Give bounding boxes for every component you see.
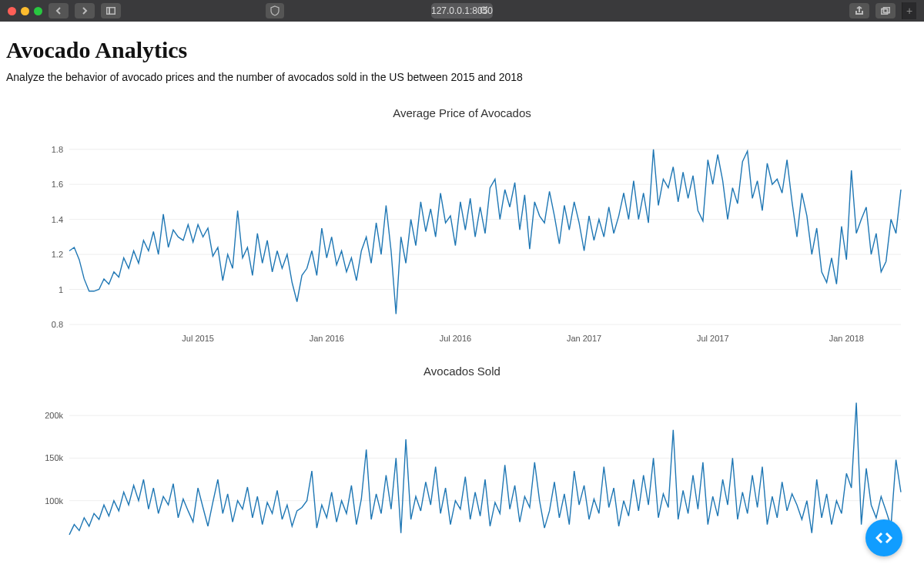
page-content: Avocado Analytics Analyze the behavior o… — [0, 22, 924, 570]
page-title: Avocado Analytics — [6, 37, 918, 63]
svg-text:150k: 150k — [45, 453, 63, 462]
svg-text:100k: 100k — [45, 496, 63, 506]
browser-chrome: 127.0.0.1:8050 + — [0, 0, 924, 22]
svg-text:1.4: 1.4 — [52, 215, 63, 224]
svg-text:Jan 2018: Jan 2018 — [829, 334, 864, 343]
svg-text:200k: 200k — [45, 411, 63, 420]
close-window-icon[interactable] — [8, 7, 16, 15]
back-button[interactable] — [49, 3, 69, 18]
svg-text:1: 1 — [59, 285, 63, 294]
chart-volume-title: Avocados Sold — [6, 365, 918, 378]
svg-text:0.8: 0.8 — [52, 320, 63, 329]
minimize-window-icon[interactable] — [21, 7, 29, 15]
svg-text:Jan 2016: Jan 2016 — [310, 334, 344, 343]
share-button[interactable] — [849, 3, 869, 18]
chart-price[interactable]: 0.811.21.41.61.8Jul 2015Jan 2016Jul 2016… — [15, 124, 909, 351]
svg-text:1.6: 1.6 — [52, 180, 63, 189]
new-tab-button[interactable]: + — [902, 2, 916, 19]
chart-price-title: Average Price of Avocados — [6, 106, 918, 119]
svg-text:Jul 2016: Jul 2016 — [440, 334, 472, 343]
maximize-window-icon[interactable] — [34, 7, 42, 15]
svg-rect-0 — [107, 8, 116, 15]
traffic-lights — [8, 7, 42, 15]
svg-text:Jul 2015: Jul 2015 — [182, 334, 214, 343]
sidebar-toggle-button[interactable] — [101, 3, 121, 18]
forward-button[interactable] — [75, 3, 95, 18]
page-subtitle: Analyze the behavior of avocado prices a… — [6, 71, 918, 83]
tabs-button[interactable] — [875, 3, 896, 18]
address-bar[interactable]: 127.0.0.1:8050 — [431, 3, 493, 18]
dash-devtools-button[interactable] — [865, 519, 902, 556]
svg-text:1.2: 1.2 — [52, 250, 63, 259]
chart-volume[interactable]: 100k150k200k — [15, 382, 909, 555]
reload-icon[interactable] — [479, 5, 488, 17]
svg-text:Jul 2017: Jul 2017 — [697, 334, 729, 343]
svg-text:Jan 2017: Jan 2017 — [567, 334, 601, 343]
privacy-shield-icon[interactable] — [266, 3, 284, 18]
svg-text:1.8: 1.8 — [52, 145, 63, 154]
